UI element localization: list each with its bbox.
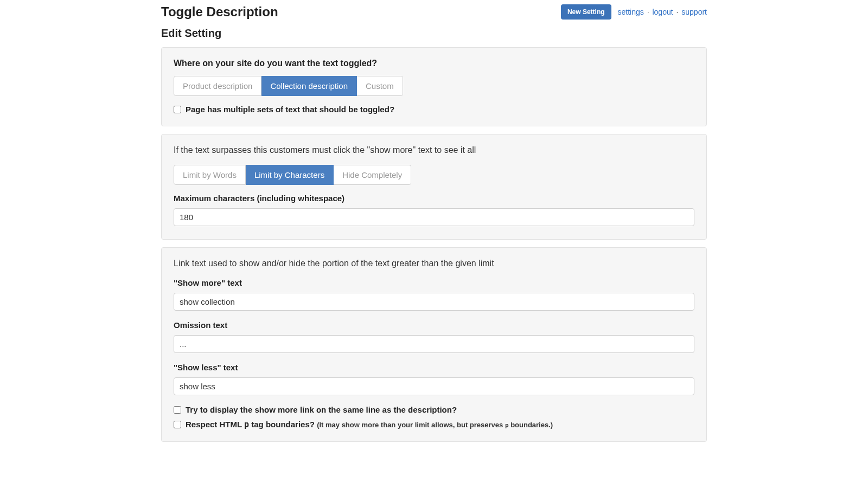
panel-limit: If the text surpasses this customers mus… — [161, 134, 707, 240]
option-limit-words[interactable]: Limit by Words — [174, 165, 246, 185]
max-chars-label: Maximum characters (including whitespace… — [174, 194, 694, 203]
option-collection-description[interactable]: Collection description — [261, 76, 357, 96]
option-limit-characters[interactable]: Limit by Characters — [246, 165, 334, 185]
logout-link[interactable]: logout — [652, 8, 673, 16]
separator: · — [647, 8, 649, 16]
multiple-sets-checkbox[interactable] — [174, 106, 181, 113]
respect-p-label[interactable]: Respect HTML p tag boundaries? (It may s… — [186, 420, 553, 429]
header-links: settings · logout · support — [618, 8, 707, 16]
page-title: Toggle Description — [161, 4, 278, 20]
option-custom[interactable]: Custom — [357, 76, 403, 96]
respect-p-hint-2: boundaries.) — [509, 421, 553, 429]
same-line-label[interactable]: Try to display the show more link on the… — [186, 405, 457, 414]
show-more-label: "Show more" text — [174, 278, 694, 287]
show-more-input[interactable] — [174, 293, 694, 311]
multiple-sets-label[interactable]: Page has multiple sets of text that shou… — [186, 105, 394, 114]
settings-link[interactable]: settings — [618, 8, 644, 16]
respect-p-text-1: Respect HTML — [186, 420, 244, 429]
panel-link-text: Link text used to show and/or hide the p… — [161, 247, 707, 442]
panel-location: Where on your site do you want the text … — [161, 47, 707, 126]
option-hide-completely[interactable]: Hide Completely — [334, 165, 411, 185]
limit-button-group: Limit by Words Limit by Characters Hide … — [174, 165, 411, 185]
show-less-input[interactable] — [174, 377, 694, 395]
same-line-checkbox[interactable] — [174, 406, 181, 414]
new-setting-button[interactable]: New Setting — [561, 4, 611, 20]
omission-label: Omission text — [174, 320, 694, 330]
header-nav: New Setting settings · logout · support — [561, 4, 707, 20]
max-chars-input[interactable] — [174, 208, 694, 226]
panel-limit-desc: If the text surpasses this customers mus… — [174, 145, 694, 155]
respect-p-text-2: tag boundaries? — [249, 420, 317, 429]
omission-input[interactable] — [174, 335, 694, 353]
respect-p-code-2: p — [505, 422, 509, 429]
panel-link-text-desc: Link text used to show and/or hide the p… — [174, 259, 694, 268]
page-subtitle: Edit Setting — [161, 27, 707, 40]
support-link[interactable]: support — [681, 8, 707, 16]
respect-p-checkbox[interactable] — [174, 421, 181, 428]
option-product-description[interactable]: Product description — [174, 76, 261, 96]
panel-location-title: Where on your site do you want the text … — [174, 59, 694, 68]
separator: · — [676, 8, 679, 16]
location-button-group: Product description Collection descripti… — [174, 76, 403, 96]
respect-p-hint-1: (It may show more than your limit allows… — [317, 421, 505, 429]
show-less-label: "Show less" text — [174, 363, 694, 372]
respect-p-code-1: p — [244, 420, 249, 429]
